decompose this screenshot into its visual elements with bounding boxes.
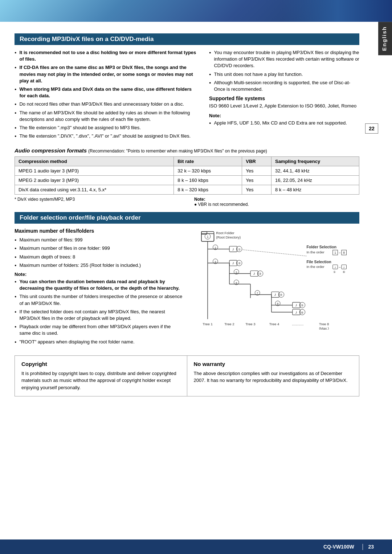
svg-text:♪: ♪ — [295, 310, 297, 314]
bottom-bar: CQ-VW100W │ 23 — [0, 539, 392, 554]
svg-text:Tree 8: Tree 8 — [319, 322, 329, 326]
svg-text:............: ............ — [292, 322, 303, 326]
svg-text:③: ③ — [259, 273, 261, 276]
row3-vbr: Yes — [242, 185, 271, 195]
page-number-22: 22 — [365, 123, 378, 134]
bullet-7: The file extension ".DIVX", ".divx", ".A… — [15, 133, 198, 139]
audio-table: Compression method Bit rate VBR Sampling… — [15, 156, 359, 195]
audio-compression-title: Audio compression formats (Recommendatio… — [15, 147, 359, 154]
right-bullet-3: Although Multi-session recording is supp… — [209, 80, 359, 93]
copyright-text: It is prohibited by copyright laws to co… — [21, 370, 180, 391]
bullet-3: When storing MP3 data and DivX data on t… — [15, 86, 198, 99]
svg-text:In the order: In the order — [306, 265, 324, 269]
svg-text:②: ② — [238, 262, 241, 265]
svg-text:♪: ♪ — [343, 265, 345, 269]
row3-method: DivX data created using ver.3.11, 4.x, 5… — [15, 185, 174, 195]
folder-diagram: Root Folder (Root Directory) 1 2 ♪ — [191, 228, 359, 330]
note-label-audio: Note: — [194, 197, 205, 202]
max-files-title: Maximum number of files/folders — [15, 228, 183, 234]
section1-left-bullets: It is recommended not to use a disc hold… — [15, 49, 198, 139]
supported-text: ISO 9660 Level 1/Level 2, Apple Extensio… — [209, 103, 359, 109]
svg-text:–: – — [339, 265, 341, 269]
folder-section-header: Folder selection order/file playback ord… — [15, 212, 359, 224]
row1-bitrate: 32 k – 320 kbps — [174, 166, 242, 176]
svg-text:File Selection: File Selection — [306, 260, 331, 264]
section1-right-col: You may encounter trouble in playing MP3… — [209, 49, 359, 142]
english-tab: English — [378, 22, 392, 55]
copyright-section: Copyright It is prohibited by copyright … — [15, 356, 187, 396]
col-header-sampling: Sampling frequency — [271, 157, 359, 166]
row2-vbr: Yes — [242, 176, 271, 185]
note-label-1: Note: — [209, 113, 359, 118]
svg-text:①: ① — [238, 248, 241, 251]
section1-right-bullets: You may encounter trouble in playing MP3… — [209, 49, 359, 93]
svg-text:♪: ♪ — [232, 247, 234, 251]
row2-method: MPEG 2 audio layer 3 (MP3) — [15, 176, 174, 185]
bullet-4: Do not record files other than MP3/DivX … — [15, 101, 198, 107]
main-content: Recording MP3/DivX files on a CD/DVD-med… — [0, 22, 377, 403]
svg-text:⑤: ⑤ — [301, 304, 303, 307]
svg-text:♪: ♪ — [334, 265, 336, 269]
section1-note-bullets: Apple HFS, UDF 1.50, Mix CD and CD Extra… — [209, 120, 359, 126]
svg-text:♪: ♪ — [274, 293, 277, 297]
table-row: MPEG 2 audio layer 3 (MP3) 8 k – 160 kbp… — [15, 176, 359, 185]
note-label-folder: Note: — [15, 272, 183, 277]
svg-text:⑥: ⑥ — [343, 270, 345, 274]
col-header-bitrate: Bit rate — [174, 157, 242, 166]
svg-text:6: 6 — [236, 281, 237, 285]
warranty-text: The above description complies with our … — [194, 370, 353, 384]
section1-left-col: It is recommended not to use a disc hold… — [15, 49, 198, 142]
table-row: MPEG 1 audio layer 3 (MP3) 32 k – 320 kb… — [15, 166, 359, 176]
svg-text:♪: ♪ — [295, 303, 297, 307]
table-row: DivX data created using ver.3.11, 4.x, 5… — [15, 185, 359, 195]
supported-title: Supported file systems — [209, 95, 359, 101]
col-header-method: Compression method — [15, 157, 174, 166]
section1-two-col: It is recommended not to use a disc hold… — [15, 49, 359, 142]
row2-bitrate: 8 k – 160 kbps — [174, 176, 242, 185]
folder-note-3: If the selected folder does not contain … — [15, 309, 183, 322]
svg-text:In the order: In the order — [306, 250, 324, 254]
folder-note-bullets: You can shorten the duration between dat… — [15, 278, 183, 345]
svg-text:④: ④ — [280, 294, 282, 297]
table-footnote: * DivX video system/MP2, MP3 Note: ● VBR… — [15, 197, 359, 207]
svg-text:8: 8 — [277, 302, 278, 306]
svg-text:⑥: ⑥ — [301, 311, 303, 314]
row1-sampling: 32, 44.1, 48 kHz — [271, 166, 359, 176]
svg-text:Root Folder: Root Folder — [216, 231, 234, 235]
svg-text:1: 1 — [334, 251, 336, 255]
right-bullet-1: You may encounter trouble in playing MP3… — [209, 49, 359, 69]
max-files-bullet-1: Maximum number of files: 999 — [15, 237, 183, 243]
svg-text:Tree 4: Tree 4 — [269, 322, 279, 326]
model-number: CQ-VW100W — [323, 544, 354, 550]
col-header-vbr: VBR — [242, 157, 271, 166]
row1-method: MPEG 1 audio layer 3 (MP3) — [15, 166, 174, 176]
bullet-1: It is recommended not to use a disc hold… — [15, 49, 198, 62]
svg-text:1: 1 — [207, 235, 209, 239]
svg-text:2: 2 — [215, 246, 216, 249]
page-number-23: 23 — [368, 544, 374, 550]
copyright-title: Copyright — [21, 361, 180, 367]
svg-text:Tree 1: Tree 1 — [203, 322, 213, 326]
max-files-bullet-3: Maximum depth of trees: 8 — [15, 254, 183, 260]
svg-text:(Root Directory): (Root Directory) — [216, 235, 241, 239]
max-files-bullet-4: Maximum number of folders: 255 (Root fol… — [15, 262, 183, 269]
svg-line-77 — [243, 250, 307, 256]
folder-two-col: Maximum number of files/folders Maximum … — [15, 228, 359, 348]
row3-bitrate: 8 k – 320 kbps — [174, 185, 242, 195]
svg-text:–: – — [339, 251, 341, 255]
bullet-6: The file extension ".mp3" should be assi… — [15, 125, 198, 131]
footnote-right: Note: ● VBR is not recommended. — [194, 197, 359, 207]
folder-note-5: "ROOT" appears when displaying the root … — [15, 339, 183, 345]
bottom-section: Copyright It is prohibited by copyright … — [15, 355, 359, 397]
svg-text:♪: ♪ — [253, 272, 256, 276]
svg-text:3: 3 — [215, 260, 216, 264]
row2-sampling: 16, 22.05, 24 kHz — [271, 176, 359, 185]
svg-text:(Max.): (Max.) — [319, 326, 329, 330]
warranty-title: No warranty — [194, 361, 353, 367]
audio-compression-section: Audio compression formats (Recommendatio… — [15, 147, 359, 207]
audio-title-rec: (Recommendation: "Points to remember whe… — [88, 148, 267, 154]
folder-right-col: Root Folder (Root Directory) 1 2 ♪ — [191, 228, 359, 348]
note-bullet-1: Apple HFS, UDF 1.50, Mix CD and CD Extra… — [209, 120, 359, 126]
folder-note-1: You can shorten the duration between dat… — [15, 278, 183, 292]
svg-text:8: 8 — [343, 251, 345, 255]
